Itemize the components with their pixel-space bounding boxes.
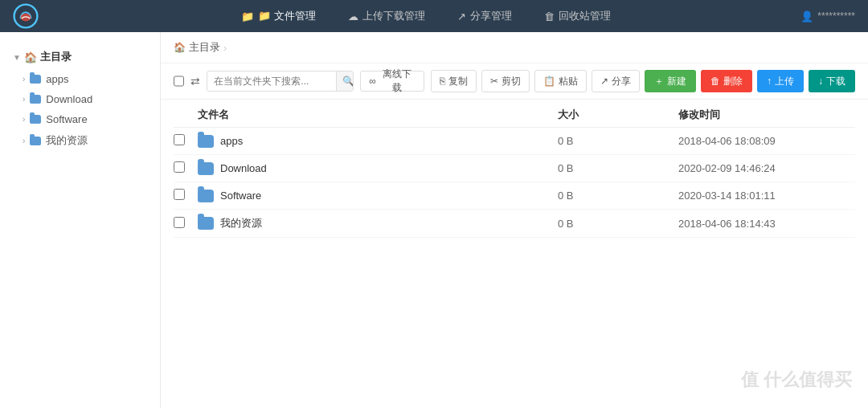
trash-nav-icon: 🗑 [544, 10, 555, 22]
file-size: 0 B [558, 162, 678, 174]
folder-cell: apps [198, 135, 558, 148]
file-size: 0 B [558, 135, 678, 147]
toolbar: ⇄ 🔍 ∞ 离线下载 ⎘ 复制 ✂ 剪切 [161, 63, 868, 100]
sort-icon[interactable]: ⇄ [190, 75, 200, 88]
header-modified: 修改时间 [678, 108, 855, 122]
paste-icon: 📋 [543, 75, 555, 87]
sidebar-label-software: Software [46, 113, 87, 125]
cut-icon: ✂ [490, 75, 498, 87]
row-checkbox[interactable] [174, 161, 185, 173]
folder-icon [198, 162, 214, 175]
row-checkbox[interactable] [174, 217, 185, 228]
upload-label: 上传 [775, 75, 794, 88]
row-checkbox-col [174, 161, 198, 175]
search-button[interactable]: 🔍 [336, 71, 354, 91]
folder-icon [30, 137, 41, 145]
file-name: 我的资源 [220, 216, 262, 231]
user-icon: 👤 [800, 10, 813, 22]
offline-icon: ∞ [369, 75, 376, 87]
select-all-checkbox[interactable] [174, 75, 184, 87]
nav-file-management[interactable]: 📁 📁 文件管理 [238, 9, 319, 23]
username-label: ********** [817, 10, 855, 22]
share-icon: ↗ [600, 75, 608, 87]
chevron-right-icon: › [23, 137, 25, 145]
cut-button[interactable]: ✂ 剪切 [481, 70, 530, 92]
nav-trash-management[interactable]: 🗑 回收站管理 [541, 9, 614, 23]
new-icon: ＋ [654, 75, 664, 88]
chevron-right-icon: › [23, 115, 25, 124]
table-row[interactable]: 我的资源 0 B 2018-04-06 18:14:43 [174, 210, 855, 238]
sidebar-root-label: 主目录 [40, 50, 72, 64]
row-checkbox[interactable] [174, 189, 185, 200]
file-size: 0 B [558, 190, 678, 202]
home-breadcrumb-icon: 🏠 [174, 42, 186, 53]
cut-label: 剪切 [502, 75, 521, 88]
folder-icon [198, 190, 214, 202]
new-label: 新建 [667, 75, 686, 88]
sidebar-item-apps[interactable]: › apps [0, 69, 160, 89]
copy-button[interactable]: ⎘ 复制 [431, 70, 477, 92]
main-content: 🏠 主目录 › ⇄ 🔍 ∞ 离线下载 ⎘ [161, 32, 868, 408]
main-layout: ▼ 🏠 主目录 › apps › Download › Software › [0, 32, 868, 408]
file-mgmt-icon: 📁 [241, 10, 254, 22]
copy-icon: ⎘ [440, 75, 445, 87]
toolbar-right: ⎘ 复制 ✂ 剪切 📋 粘贴 ↗ 分享 ＋ 新建 [431, 70, 855, 92]
nav-share-management[interactable]: ↗ 分享管理 [454, 9, 515, 23]
sidebar-label-download: Download [46, 93, 92, 105]
share-label: 分享 [612, 75, 631, 88]
folder-cell: Software [198, 190, 558, 202]
row-checkbox-col [174, 217, 198, 231]
sidebar-item-software[interactable]: › Software [0, 109, 160, 129]
copy-label: 复制 [448, 75, 468, 88]
sidebar-item-myresource[interactable]: › 我的资源 [0, 129, 160, 152]
folder-cell: Download [198, 162, 558, 175]
delete-button[interactable]: 🗑 删除 [701, 70, 752, 92]
search-input[interactable] [207, 75, 336, 87]
share-nav-icon: ↗ [457, 10, 466, 22]
new-button[interactable]: ＋ 新建 [645, 70, 696, 92]
folder-icon [198, 135, 214, 148]
transfer-icon: ☁ [348, 10, 358, 22]
sidebar-item-download[interactable]: › Download [0, 89, 160, 109]
table-row[interactable]: Software 0 B 2020-03-14 18:01:11 [174, 182, 855, 210]
download-icon: ↓ [818, 75, 823, 87]
file-size: 0 B [558, 218, 678, 230]
folder-icon [198, 217, 214, 230]
delete-icon: 🗑 [710, 75, 720, 87]
download-label: 下载 [826, 75, 845, 88]
table-row[interactable]: Download 0 B 2020-02-09 14:46:24 [174, 155, 855, 182]
row-checkbox[interactable] [174, 134, 185, 145]
paste-button[interactable]: 📋 粘贴 [534, 70, 587, 92]
delete-label: 删除 [723, 75, 743, 88]
nav-file-label: 📁 文件管理 [258, 9, 316, 23]
search-wrap: 🔍 [207, 71, 354, 92]
topnav: 📁 📁 文件管理 ☁ 上传下载管理 ↗ 分享管理 🗑 回收站管理 👤 *****… [0, 0, 868, 32]
share-button[interactable]: ↗ 分享 [592, 70, 640, 92]
offline-download-button[interactable]: ∞ 离线下载 [360, 71, 424, 92]
row-checkbox-col [174, 189, 198, 202]
file-modified: 2020-02-09 14:46:24 [678, 162, 855, 174]
file-modified: 2020-03-14 18:01:11 [678, 190, 855, 202]
header-size: 大小 [558, 108, 678, 122]
table-row[interactable]: apps 0 B 2018-04-06 18:08:09 [174, 128, 855, 155]
upload-button[interactable]: ↑ 上传 [757, 70, 804, 92]
sidebar-label-myresource: 我的资源 [46, 133, 88, 148]
paste-label: 粘贴 [559, 75, 578, 88]
folder-icon [30, 115, 41, 124]
nav-transfer-management[interactable]: ☁ 上传下载管理 [345, 9, 428, 23]
file-modified: 2018-04-06 18:14:43 [678, 218, 855, 230]
nav-trash-label: 回收站管理 [559, 9, 611, 23]
sidebar-root-item[interactable]: ▼ 🏠 主目录 [0, 45, 160, 69]
svg-point-1 [21, 14, 31, 22]
user-menu[interactable]: 👤 ********** [800, 10, 855, 22]
toolbar-left: ⇄ 🔍 ∞ 离线下载 [174, 71, 424, 92]
sidebar: ▼ 🏠 主目录 › apps › Download › Software › [0, 32, 161, 408]
file-name: apps [220, 135, 243, 147]
logo [13, 3, 39, 29]
nav-share-label: 分享管理 [470, 9, 512, 23]
breadcrumb-separator: › [223, 42, 227, 54]
folder-icon [30, 75, 41, 84]
logo-icon [13, 3, 39, 29]
topnav-items: 📁 📁 文件管理 ☁ 上传下载管理 ↗ 分享管理 🗑 回收站管理 [77, 9, 775, 23]
download-button[interactable]: ↓ 下载 [809, 70, 855, 92]
